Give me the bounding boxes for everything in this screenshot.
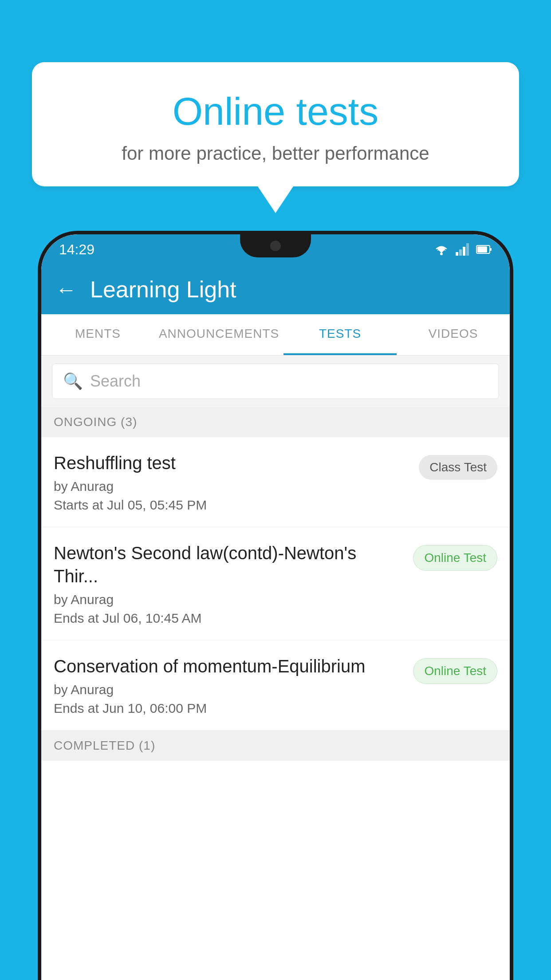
section-ongoing-title: ONGOING (3) [54, 415, 137, 429]
test-item[interactable]: Reshuffling test by Anurag Starts at Jul… [41, 437, 510, 527]
test-time: Starts at Jul 05, 05:45 PM [54, 498, 410, 513]
test-name: Reshuffling test [54, 451, 410, 474]
svg-rect-7 [490, 248, 492, 251]
test-item[interactable]: Conservation of momentum-Equilibrium by … [41, 640, 510, 731]
test-info: Conservation of momentum-Equilibrium by … [54, 655, 413, 716]
app-bar: ← Learning Light [41, 265, 510, 314]
screen-scroll: 14:29 [41, 234, 510, 980]
test-item[interactable]: Newton's Second law(contd)-Newton's Thir… [41, 527, 510, 640]
back-button[interactable]: ← [55, 277, 77, 302]
tab-tests[interactable]: TESTS [283, 314, 397, 355]
notch [240, 234, 311, 257]
speech-bubble-arrow [258, 186, 293, 213]
test-author: by Anurag [54, 592, 404, 607]
phone-frame: 14:29 [38, 231, 513, 980]
test-badge-class: Class Test [419, 455, 497, 480]
test-badge-online-2: Online Test [413, 658, 497, 684]
search-placeholder: Search [90, 372, 141, 391]
svg-rect-3 [459, 249, 462, 256]
svg-rect-5 [466, 243, 469, 256]
tabs-container: MENTS ANNOUNCEMENTS TESTS VIDEOS [41, 314, 510, 356]
speech-bubble-title: Online tests [59, 89, 492, 134]
test-badge-online: Online Test [413, 545, 497, 571]
tab-announcements[interactable]: ANNOUNCEMENTS [154, 314, 283, 355]
test-author: by Anurag [54, 479, 410, 494]
status-bar: 14:29 [41, 234, 510, 265]
test-name: Conservation of momentum-Equilibrium [54, 655, 404, 678]
tab-ments[interactable]: MENTS [41, 314, 154, 355]
search-container: 🔍 Search [41, 356, 510, 407]
speech-bubble-subtitle: for more practice, better performance [59, 143, 492, 164]
svg-rect-8 [477, 246, 487, 253]
test-author: by Anurag [54, 682, 404, 697]
search-icon: 🔍 [63, 372, 83, 391]
test-info: Reshuffling test by Anurag Starts at Jul… [54, 451, 419, 513]
status-icons [433, 243, 492, 256]
svg-rect-4 [463, 247, 465, 256]
test-time: Ends at Jul 06, 10:45 AM [54, 611, 404, 626]
test-time: Ends at Jun 10, 06:00 PM [54, 701, 404, 716]
tab-videos[interactable]: VIDEOS [397, 314, 510, 355]
status-time: 14:29 [59, 241, 94, 258]
svg-rect-2 [456, 252, 458, 256]
test-info: Newton's Second law(contd)-Newton's Thir… [54, 541, 413, 626]
app-bar-title: Learning Light [90, 276, 236, 303]
signal-icon [456, 243, 470, 256]
speech-bubble: Online tests for more practice, better p… [32, 62, 519, 186]
test-list: Reshuffling test by Anurag Starts at Jul… [41, 437, 510, 731]
search-bar[interactable]: 🔍 Search [52, 364, 499, 399]
section-ongoing-header: ONGOING (3) [41, 407, 510, 437]
speech-bubble-container: Online tests for more practice, better p… [32, 62, 519, 213]
notch-camera [270, 241, 281, 251]
section-completed-title: COMPLETED (1) [54, 739, 155, 752]
battery-icon [476, 244, 492, 255]
test-name: Newton's Second law(contd)-Newton's Thir… [54, 541, 404, 588]
wifi-icon [433, 243, 449, 256]
screen-content: 14:29 [41, 234, 510, 980]
svg-point-1 [440, 253, 443, 255]
section-completed-header: COMPLETED (1) [41, 731, 510, 761]
